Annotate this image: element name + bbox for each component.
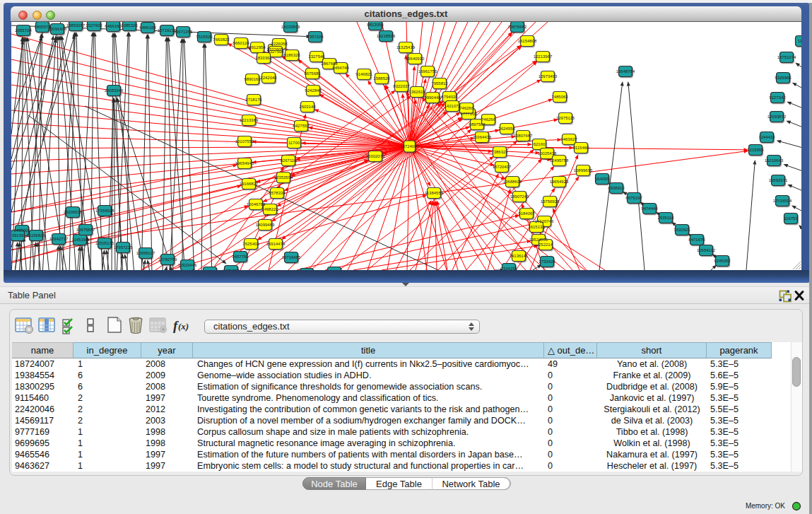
svg-text:16961755: 16961755 <box>418 69 437 74</box>
svg-text:1805572: 1805572 <box>34 25 51 29</box>
svg-text:20364436: 20364436 <box>473 135 492 139</box>
svg-text:6466160: 6466160 <box>105 24 122 28</box>
svg-text:19756928: 19756928 <box>541 199 560 204</box>
svg-text:16782759: 16782759 <box>158 257 177 262</box>
svg-text:7357224: 7357224 <box>307 35 324 39</box>
svg-text:10975887: 10975887 <box>76 228 95 232</box>
svg-text:7485063: 7485063 <box>551 95 568 99</box>
svg-text:10807487: 10807487 <box>514 134 533 138</box>
svg-text:9329966: 9329966 <box>775 76 792 80</box>
svg-text:11325419: 11325419 <box>396 45 416 49</box>
svg-text:252214: 252214 <box>539 243 553 247</box>
svg-text:7955812: 7955812 <box>431 81 448 86</box>
svg-text:9184067: 9184067 <box>518 211 535 216</box>
svg-text:10046788: 10046788 <box>247 202 266 206</box>
svg-text:3624554: 3624554 <box>498 127 515 131</box>
svg-text:164095: 164095 <box>595 177 610 181</box>
svg-text:2226058: 2226058 <box>271 42 288 46</box>
svg-text:20053346: 20053346 <box>105 88 124 93</box>
svg-text:14120746: 14120746 <box>535 219 554 223</box>
svg-text:16210643: 16210643 <box>765 158 784 163</box>
svg-text:9227342: 9227342 <box>769 95 786 100</box>
svg-text:746266: 746266 <box>459 106 474 110</box>
svg-text:19654923: 19654923 <box>550 180 569 184</box>
svg-text:1833362: 1833362 <box>255 56 272 60</box>
svg-text:1117: 1117 <box>798 39 801 43</box>
svg-text:8267110: 8267110 <box>281 158 298 163</box>
svg-text:6794024: 6794024 <box>441 95 458 99</box>
svg-text:6897568: 6897568 <box>469 122 486 127</box>
svg-text:9890163: 9890163 <box>244 77 261 81</box>
svg-text:12353594: 12353594 <box>274 175 293 180</box>
svg-text:8813054: 8813054 <box>367 23 384 27</box>
svg-text:8660124: 8660124 <box>233 41 249 45</box>
svg-text:16648784: 16648784 <box>616 69 635 74</box>
svg-text:3215955: 3215955 <box>747 148 764 152</box>
svg-text:8471933: 8471933 <box>223 269 240 270</box>
svg-text:15302075: 15302075 <box>366 154 385 158</box>
svg-text:10688609: 10688609 <box>503 180 522 184</box>
svg-text:1615132: 1615132 <box>528 225 545 229</box>
svg-text:10025438: 10025438 <box>538 151 557 156</box>
svg-text:62160: 62160 <box>534 142 546 146</box>
svg-text:12495758: 12495758 <box>550 158 569 163</box>
svg-text:6679197: 6679197 <box>625 196 642 200</box>
svg-text:8675685: 8675685 <box>304 71 321 76</box>
svg-text:7324155: 7324155 <box>500 267 517 270</box>
svg-text:12505135: 12505135 <box>95 241 114 245</box>
svg-text:10107553: 10107553 <box>235 139 254 144</box>
svg-text:17957225: 17957225 <box>114 245 133 250</box>
svg-text:(x): (x) <box>178 321 189 332</box>
svg-text:9115460: 9115460 <box>573 146 590 150</box>
svg-text:20876682: 20876682 <box>508 25 527 29</box>
svg-text:16671355: 16671355 <box>174 30 193 34</box>
svg-text:20091406: 20091406 <box>48 27 67 31</box>
svg-text:10958107: 10958107 <box>136 251 155 255</box>
svg-text:2718176: 2718176 <box>245 98 262 102</box>
svg-text:9146821: 9146821 <box>355 72 372 76</box>
svg-text:12942737: 12942737 <box>49 237 69 241</box>
svg-text:7515526: 7515526 <box>196 35 213 39</box>
svg-text:1145194: 1145194 <box>72 238 89 242</box>
svg-text:11156829: 11156829 <box>27 233 45 238</box>
svg-text:39159: 39159 <box>12 233 24 238</box>
svg-text:116753: 116753 <box>784 216 798 221</box>
svg-text:12213369: 12213369 <box>240 118 259 122</box>
svg-text:1435001: 1435001 <box>13 228 30 233</box>
svg-text:8427552: 8427552 <box>293 124 310 128</box>
svg-text:18907249: 18907249 <box>510 194 529 199</box>
svg-text:10853267: 10853267 <box>66 23 86 28</box>
svg-text:8938913: 8938913 <box>608 186 625 190</box>
svg-text:7663822: 7663822 <box>213 37 230 42</box>
svg-text:12213967: 12213967 <box>534 54 553 59</box>
svg-text:12975115: 12975115 <box>556 116 575 120</box>
svg-text:9777169: 9777169 <box>460 112 477 116</box>
svg-text:19166827: 19166827 <box>240 182 259 186</box>
svg-text:6466160: 6466160 <box>139 25 156 30</box>
svg-text:16033809: 16033809 <box>281 25 300 29</box>
svg-text:8912954: 8912954 <box>249 45 266 49</box>
svg-text:14099489: 14099489 <box>256 223 275 227</box>
svg-text:2935114: 2935114 <box>658 216 675 220</box>
svg-text:1244415: 1244415 <box>758 135 775 139</box>
svg-text:11384554: 11384554 <box>425 191 444 195</box>
svg-text:10973493: 10973493 <box>539 74 558 78</box>
svg-text:8471676: 8471676 <box>688 238 705 242</box>
svg-text:8454749: 8454749 <box>332 66 349 70</box>
svg-text:11700: 11700 <box>288 141 300 145</box>
svg-text:17359928: 17359928 <box>95 209 114 213</box>
svg-text:19524851: 19524851 <box>529 238 548 242</box>
svg-text:8990448: 8990448 <box>424 95 441 100</box>
svg-text:8322037: 8322037 <box>393 84 410 88</box>
svg-text:9474444: 9474444 <box>641 206 658 211</box>
svg-text:9463627: 9463627 <box>560 137 577 141</box>
svg-text:746266: 746266 <box>481 117 496 122</box>
svg-text:16154808: 16154808 <box>518 39 537 43</box>
svg-text:1085326: 1085326 <box>121 23 138 28</box>
svg-text:1733426: 1733426 <box>539 259 555 264</box>
svg-text:10654112: 10654112 <box>697 248 716 252</box>
svg-text:7632621: 7632621 <box>673 228 690 232</box>
svg-text:15716485: 15716485 <box>282 255 301 259</box>
svg-text:7625402: 7625402 <box>242 242 259 246</box>
svg-text:1362615: 1362615 <box>408 90 425 94</box>
